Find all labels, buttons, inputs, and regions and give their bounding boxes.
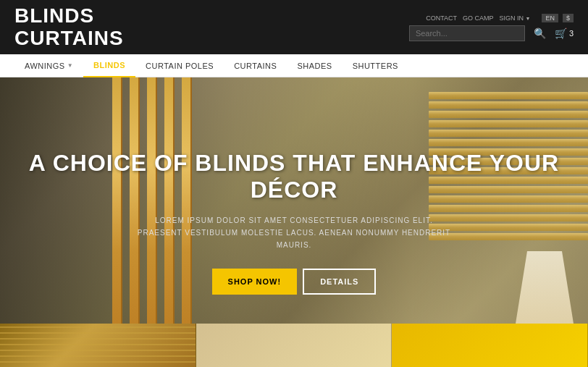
hero-subtitle: LOREM IPSUM DOLOR SIT AMET CONSECTETUER … xyxy=(135,214,453,251)
contact-link[interactable]: CONTACT xyxy=(426,14,457,22)
main-nav: AWNINGS ▼ BLINDS CURTAIN POLES CURTAINS … xyxy=(0,54,588,77)
signin-link[interactable]: SIGN IN ▼ xyxy=(500,14,531,22)
nav-item-curtain-poles[interactable]: CURTAIN POLES xyxy=(135,54,224,77)
lang-currency: EN $ xyxy=(542,14,574,22)
search-icon: 🔍 xyxy=(534,28,546,39)
hero-section: A CHOICE OF BLINDS THAT ENHANCE YOUR DÉC… xyxy=(0,77,588,367)
bottom-thumb-1[interactable] xyxy=(0,324,196,367)
bottom-thumb-2[interactable] xyxy=(196,324,392,367)
hero-buttons: SHOP NOW! DETAILS xyxy=(212,269,377,295)
hero-title: A CHOICE OF BLINDS THAT ENHANCE YOUR DÉC… xyxy=(14,150,574,203)
nav-item-awnings[interactable]: AWNINGS ▼ xyxy=(14,54,83,77)
cart-count: 3 xyxy=(569,29,574,38)
search-button[interactable]: 🔍 xyxy=(534,28,546,39)
header-actions: 🔍 🛒 3 xyxy=(409,25,574,41)
bottom-thumb-3[interactable] xyxy=(392,324,588,367)
cart-icon: 🛒 xyxy=(555,28,567,39)
nav-item-curtains[interactable]: CURTAINS xyxy=(224,54,287,77)
header: BLINDS CURTAINS CONTACT GO CAMP SIGN IN … xyxy=(0,0,588,54)
bottom-thumbnail-strip xyxy=(0,324,588,367)
top-links: CONTACT GO CAMP SIGN IN ▼ xyxy=(426,14,530,22)
shop-now-button[interactable]: SHOP NOW! xyxy=(212,269,298,295)
nav-item-shades[interactable]: SHADES xyxy=(287,54,342,77)
signin-arrow-icon: ▼ xyxy=(526,16,531,21)
gocamp-link[interactable]: GO CAMP xyxy=(463,14,494,22)
logo: BLINDS CURTAINS xyxy=(14,5,124,50)
nav-item-shutters[interactable]: SHUTTERS xyxy=(343,54,408,77)
awnings-arrow-icon: ▼ xyxy=(67,62,73,69)
currency-button[interactable]: $ xyxy=(563,14,574,22)
header-right: CONTACT GO CAMP SIGN IN ▼ EN $ 🔍 🛒 3 xyxy=(409,14,574,41)
details-button[interactable]: DETAILS xyxy=(303,269,376,295)
nav-item-blinds[interactable]: BLINDS xyxy=(83,54,135,77)
search-input[interactable] xyxy=(409,25,525,41)
cart-button[interactable]: 🛒 3 xyxy=(555,28,574,39)
lang-button[interactable]: EN xyxy=(542,14,558,22)
